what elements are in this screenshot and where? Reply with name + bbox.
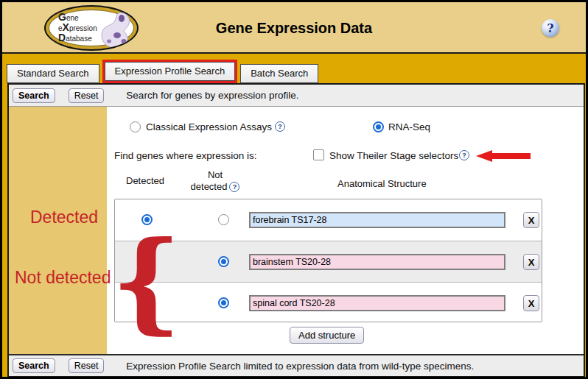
reset-button-top[interactable]: Reset (69, 88, 105, 103)
theiler-stage-checkbox[interactable] (313, 149, 324, 160)
top-toolbar-caption: Search for genes by expression profile. (126, 90, 298, 101)
tab-batch-search[interactable]: Batch Search (240, 64, 318, 83)
structure-row: brainstem TS20-28 X (115, 241, 542, 282)
structure-field[interactable]: spinal cord TS20-28 (249, 295, 505, 311)
tab-expression-profile-search[interactable]: Expression Profile Search (105, 62, 236, 81)
annotation-arrow (476, 150, 531, 162)
reset-button-bottom[interactable]: Reset (69, 358, 105, 373)
not-detected-radio[interactable] (218, 256, 229, 267)
structure-field[interactable]: forebrain TS17-28 (249, 212, 505, 228)
structure-rows-container: forebrain TS17-28 X brainstem TS20-28 X … (114, 199, 542, 322)
sidebar: Detected Not detected (9, 107, 107, 354)
remove-structure-button[interactable]: X (523, 254, 539, 270)
add-structure-button[interactable]: Add structure (290, 327, 364, 344)
theiler-stage-label: Show Theiler Stage selectors (329, 150, 458, 161)
not-detected-radio[interactable] (218, 214, 229, 225)
gxd-page: Gene eXpression Database Gene Expression… (0, 0, 588, 379)
column-header-not-detected: Not detected? (186, 169, 244, 193)
detected-radio[interactable] (141, 256, 153, 267)
active-tab-highlight-box: Expression Profile Search (102, 60, 238, 83)
bottom-toolbar: Search Reset Expression Profile Search l… (9, 354, 584, 376)
structure-field[interactable]: brainstem TS20-28 (249, 254, 505, 270)
classical-assays-radio[interactable] (130, 121, 141, 132)
search-button-top[interactable]: Search (13, 88, 55, 103)
top-toolbar: Search Reset Search for genes by express… (9, 85, 584, 107)
column-header-detected: Detected (126, 175, 164, 186)
remove-structure-button[interactable]: X (523, 212, 539, 228)
classical-assays-help-icon[interactable]: ? (275, 121, 285, 132)
search-button-bottom[interactable]: Search (13, 358, 55, 373)
not-detected-radio[interactable] (218, 297, 229, 308)
embryo-image (99, 11, 131, 49)
column-header-anatomical-structure: Anatomical Structure (337, 178, 427, 189)
not-detected-help-icon[interactable]: ? (229, 182, 239, 192)
body-row: Detected Not detected { Classical Expres… (9, 107, 584, 354)
rnaseq-label: RNA-Seq (388, 121, 430, 132)
annotation-not-detected-label: Not detected (15, 268, 111, 288)
header: Gene eXpression Database Gene Expression… (2, 2, 586, 54)
page-help-icon[interactable]: ? (542, 19, 559, 37)
theiler-stage-help-icon[interactable]: ? (459, 150, 469, 160)
bottom-toolbar-caption: Expression Profile Search limited to exp… (126, 361, 474, 372)
gxd-logo[interactable]: Gene eXpression Database (44, 5, 139, 51)
main-panel: { Classical Expression Assays ? RNA-Seq … (107, 107, 584, 354)
classical-assays-label: Classical Expression Assays (146, 121, 272, 132)
arrow-shaft (491, 153, 531, 159)
rnaseq-radio[interactable] (373, 121, 384, 132)
remove-structure-button[interactable]: X (523, 295, 539, 311)
annotation-detected-label: Detected (30, 208, 98, 227)
detected-radio[interactable] (141, 297, 153, 308)
arrow-head (476, 150, 492, 162)
detected-radio[interactable] (141, 214, 153, 225)
gxd-logo-text: Gene eXpression Database (58, 13, 97, 43)
content-panel: Search Reset Search for genes by express… (7, 83, 585, 378)
structure-row: spinal cord TS20-28 X (115, 282, 542, 323)
tab-bar: Standard Search Expression Profile Searc… (2, 55, 586, 83)
find-genes-label: Find genes where expression is: (114, 150, 257, 161)
tab-standard-search[interactable]: Standard Search (7, 64, 99, 83)
structure-row: forebrain TS17-28 X (115, 199, 542, 241)
